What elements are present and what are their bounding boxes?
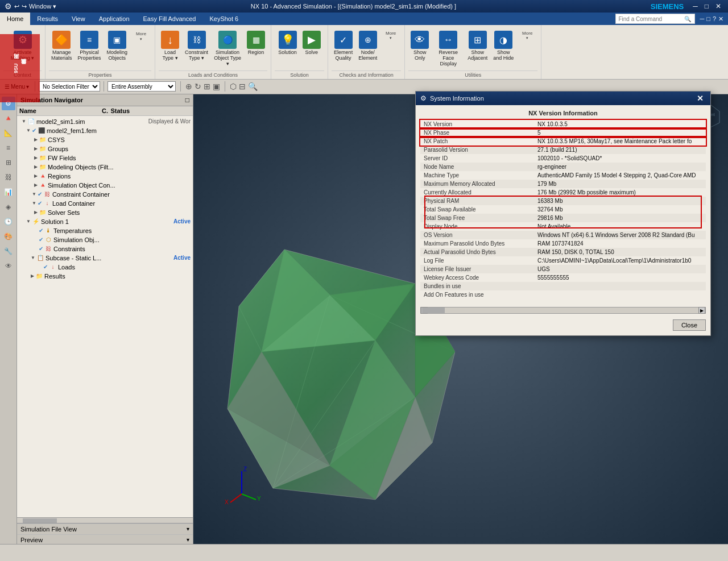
- filter-btn[interactable]: ▣: [213, 82, 220, 91]
- nav-panel-restore[interactable]: □: [185, 96, 189, 104]
- tree-item-loads[interactable]: ▶ ✔ ↓ Loads: [18, 263, 192, 272]
- tree-arrow-fem1[interactable]: ▼: [26, 128, 31, 133]
- scrollbar-thumb[interactable]: [422, 307, 445, 313]
- constraintcon-checkbox[interactable]: ✔: [38, 191, 42, 197]
- fit-btn[interactable]: ⊟: [239, 82, 246, 91]
- window-controls-help[interactable]: ?: [713, 15, 716, 22]
- tree-item-groups[interactable]: ▶ 📁 Groups: [18, 144, 192, 153]
- tree-item-modeling[interactable]: ▶ 📁 Modeling Objects (Filt...: [18, 163, 192, 172]
- menu-tab-home[interactable]: Home: [0, 13, 30, 25]
- solution-btn[interactable]: 💡 Solution: [276, 30, 299, 57]
- utilities-more-btn[interactable]: More ▾: [517, 30, 537, 41]
- maximize-btn[interactable]: □: [702, 2, 711, 10]
- show-hide-btn[interactable]: ◑ Showand Hide: [491, 30, 516, 63]
- tree-item-subcase[interactable]: ▼ 📋 Subcase - Static L... Active: [18, 254, 192, 263]
- tree-item-regions[interactable]: ▶ 🔺 Regions: [18, 172, 192, 181]
- constraint-type-btn[interactable]: ⛓ ConstraintType ▾: [183, 30, 210, 63]
- window-controls-restore[interactable]: □: [706, 15, 710, 22]
- constraints-checkbox[interactable]: ✔: [39, 246, 43, 252]
- simobj-checkbox[interactable]: ✔: [39, 236, 43, 243]
- sidebar-icon-layers[interactable]: ◈: [2, 200, 15, 214]
- sidebar-icon-assembly[interactable]: 🔺: [2, 111, 15, 125]
- tree-arrow-csys[interactable]: ▶: [34, 137, 38, 142]
- simulation-object-type-btn[interactable]: 🔵 SimulationObject Type ▾: [212, 30, 243, 68]
- tree-item-loadcon[interactable]: ▼ ✔ ↓ Load Container: [18, 199, 192, 208]
- sidebar-icon-tools[interactable]: 🔧: [2, 244, 15, 258]
- tree-item-constraints[interactable]: ▶ ✔ ⛓ Constraints: [18, 244, 192, 254]
- assembly-filter-dropdown[interactable]: Entire Assembly: [107, 81, 176, 92]
- tree-item-simobjcon[interactable]: ▶ 🔺 Simulation Object Con...: [18, 181, 192, 190]
- tree-arrow-fwfields[interactable]: ▶: [34, 155, 38, 160]
- checks-more-btn[interactable]: More ▾: [380, 30, 401, 41]
- tree-item-results[interactable]: ▶ 📁 Results: [18, 272, 192, 281]
- dialog-close-x-btn[interactable]: ✕: [694, 94, 706, 103]
- physical-properties-btn[interactable]: ≡ PhysicalProperties: [76, 30, 104, 63]
- tree-item-simobj[interactable]: ▶ ✔ ⬡ Simulation Obj...: [18, 235, 192, 244]
- properties-more-btn[interactable]: More ▾: [131, 30, 151, 43]
- menu-tab-keyshot[interactable]: KeyShot 6: [202, 13, 245, 25]
- find-command-input[interactable]: [616, 16, 684, 22]
- rotate-btn[interactable]: ↻: [195, 82, 201, 91]
- tree-item-sim1[interactable]: ▼ 📄 model2_sim1.sim Displayed & Wor: [18, 117, 192, 126]
- temperatures-checkbox[interactable]: ✔: [39, 227, 43, 234]
- sidebar-icon-analysis[interactable]: 🕒: [2, 215, 15, 228]
- minimize-btn[interactable]: ─: [690, 2, 700, 10]
- sidebar-icon-material[interactable]: 🎨: [2, 230, 15, 243]
- sidebar-icon-view[interactable]: 👁: [2, 259, 15, 273]
- tree-arrow-simobjcon[interactable]: ▶: [34, 182, 38, 188]
- tree-arrow-loadcon[interactable]: ▼: [32, 201, 36, 206]
- region-btn[interactable]: ▦ Region: [245, 30, 267, 57]
- snap2-btn[interactable]: ⊞: [204, 82, 210, 91]
- sidebar-icon-sim[interactable]: ≡: [2, 141, 15, 155]
- zoom-btn[interactable]: 🔍: [248, 82, 258, 91]
- scrollbar-right-btn[interactable]: ▶: [698, 307, 705, 314]
- snap-btn[interactable]: ⊕: [185, 82, 192, 91]
- selection-filter-dropdown[interactable]: No Selection Filter: [39, 81, 100, 92]
- menu-tab-view[interactable]: View: [65, 13, 92, 25]
- simulation-file-view-section[interactable]: Simulation File View ▾: [17, 523, 193, 534]
- manage-materials-btn[interactable]: 🔶 ManageMaterials: [49, 30, 75, 63]
- window-menu[interactable]: Window ▾: [29, 3, 56, 10]
- tree-arrow-solversets[interactable]: ▶: [34, 210, 38, 215]
- show-adjacent-btn[interactable]: ⊞ ShowAdjacent: [465, 30, 490, 63]
- sidebar-icon-part[interactable]: 📐: [2, 126, 15, 140]
- close-app-btn[interactable]: ✕: [713, 2, 723, 10]
- solve-btn[interactable]: ▶ Solve: [300, 30, 323, 57]
- tree-arrow-sim1[interactable]: ▼: [22, 119, 26, 124]
- tree-arrow-regions[interactable]: ▶: [34, 173, 38, 178]
- undo-btn[interactable]: ↩: [14, 3, 19, 10]
- system-info-dialog[interactable]: ⚙ System Information ✕ NX Version Inform…: [415, 91, 711, 336]
- window-controls-min[interactable]: ─: [700, 15, 704, 22]
- tree-arrow-subcase[interactable]: ▼: [31, 255, 35, 260]
- dialog-horizontal-scrollbar[interactable]: ◀ ▶: [420, 307, 706, 314]
- node-element-btn[interactable]: ⊕ Node/Element: [356, 30, 379, 63]
- menu-tab-results[interactable]: Results: [30, 13, 65, 25]
- dialog-close-btn[interactable]: Close: [673, 319, 706, 331]
- menu-tab-application[interactable]: Application: [92, 13, 136, 25]
- sidebar-icon-bc[interactable]: ⛓: [2, 171, 15, 184]
- view-btn[interactable]: ⬡: [230, 82, 237, 91]
- fem-checkbox[interactable]: ✔: [32, 127, 36, 134]
- tree-arrow-constraintcon[interactable]: ▼: [32, 192, 36, 197]
- redo-btn[interactable]: ↪: [22, 3, 27, 10]
- tree-arrow-results[interactable]: ▶: [31, 273, 34, 279]
- show-only-btn[interactable]: 👁 ShowOnly: [408, 30, 431, 63]
- tree-item-csys[interactable]: ▶ 📁 CSYS: [18, 135, 192, 144]
- element-quality-btn[interactable]: ✓ ElementQuality: [332, 30, 355, 63]
- reverse-face-display-btn[interactable]: ↔ ReverseFace Display: [432, 30, 464, 68]
- loadcon-checkbox[interactable]: ✔: [38, 200, 42, 206]
- tree-item-fwfields[interactable]: ▶ 📁 FW Fields: [18, 153, 192, 163]
- tree-item-temperatures[interactable]: ▶ ✔ 🌡 Temperatures: [18, 226, 192, 235]
- modeling-objects-btn[interactable]: ▣ ModelingObjects: [105, 30, 130, 63]
- sidebar-icon-mesh[interactable]: ⊞: [2, 156, 15, 169]
- tree-item-constraintcon[interactable]: ▼ ✔ ⛓ Constraint Container: [18, 190, 192, 199]
- tree-item-fem1[interactable]: ▼ ✔ ⬛ model2_fem1.fem: [18, 126, 192, 135]
- sidebar-icon-result[interactable]: 📊: [2, 185, 15, 199]
- menu-tab-easyfill[interactable]: Easy Fill Advanced: [136, 13, 203, 25]
- load-type-btn[interactable]: ↓ LoadType ▾: [159, 30, 181, 63]
- tree-arrow-groups[interactable]: ▶: [34, 146, 38, 151]
- tree-arrow-modeling[interactable]: ▶: [34, 164, 38, 169]
- loads-checkbox[interactable]: ✔: [43, 264, 48, 270]
- nav-scrollbar-thumb[interactable]: [23, 518, 57, 523]
- tree-item-solversets[interactable]: ▶ 📁 Solver Sets: [18, 208, 192, 217]
